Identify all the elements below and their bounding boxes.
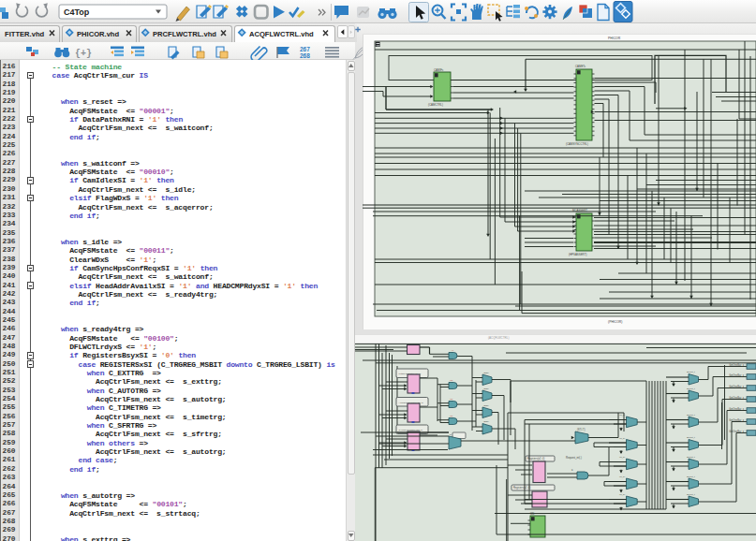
svg-text:(M_b): (M_b): [619, 475, 625, 478]
svg-text:268: 268: [300, 52, 310, 59]
svg-text:CAMIFc: CAMIFc: [434, 68, 444, 72]
svg-text:(CAMSYNCCTRL): (CAMSYNCCTRL): [566, 142, 588, 146]
svg-text:ACQFLWCTRL.vhd: ACQFLWCTRL.vhd: [249, 30, 314, 38]
svg-text:(PHICOR): (PHICOR): [608, 320, 622, 324]
svg-text:Select_t: Select_t: [687, 456, 695, 459]
svg-text:Registers(x2..0): Registers(x2..0): [527, 457, 544, 461]
svg-text:(HPSASSERT): (HPSASSERT): [569, 253, 586, 256]
svg-text:PHICOR: PHICOR: [608, 37, 621, 40]
svg-text:GetOneBar_x: GetOneBar_x: [729, 430, 745, 433]
svg-text:(M_b): (M_b): [619, 456, 625, 459]
svg-text:267: 267: [300, 46, 310, 52]
svg-text:CAMETc: CAMETc: [575, 65, 586, 68]
svg-text:GetOneBar_x: GetOneBar_x: [729, 363, 745, 367]
svg-text:(ACQFLWCTRL): (ACQFLWCTRL): [488, 336, 509, 340]
svg-text:C4Top: C4Top: [64, 7, 90, 17]
svg-text:PRCFLWCTRL.vhd: PRCFLWCTRL.vhd: [153, 30, 216, 38]
svg-text:GetOneBar_x: GetOneBar_x: [729, 407, 745, 411]
svg-text:Select_t: Select_t: [687, 387, 695, 390]
svg-text:I1b: I1b: [450, 398, 453, 401]
svg-text:(CAMCTRL): (CAMCTRL): [428, 103, 443, 107]
svg-text:I1b: I1b: [450, 415, 453, 417]
svg-text:GetOneBar_x: GetOneBar_x: [729, 396, 745, 400]
svg-text:(M_b): (M_b): [619, 414, 625, 417]
svg-text:{+}: {+}: [75, 49, 92, 59]
svg-text:(2hb): (2hb): [483, 404, 489, 407]
svg-text:GetOneBar_x: GetOneBar_x: [729, 373, 745, 377]
svg-text:Registers(x2..0): Registers(x2..0): [513, 486, 530, 490]
svg-text:Select_t: Select_t: [687, 493, 695, 496]
svg-text:Request_int(.): Request_int(.): [566, 456, 582, 460]
svg-text:GetOneBar_x: GetOneBar_x: [729, 385, 745, 388]
svg-text:(M_b): (M_b): [619, 493, 625, 496]
svg-text:(M_b): (M_b): [619, 437, 625, 440]
svg-text:I1b: I1b: [450, 379, 453, 382]
svg-text:(ST.I.T): (ST.I.T): [577, 428, 586, 431]
svg-text:Select_t: Select_t: [687, 371, 695, 373]
svg-text:(2hb): (2hb): [483, 372, 489, 374]
svg-text:Select_t: Select_t: [687, 414, 695, 417]
svg-text:GetOneBar_x: GetOneBar_x: [729, 418, 745, 422]
svg-text:(2hb): (2hb): [483, 420, 489, 423]
svg-text:FITTER.vhd: FITTER.vhd: [5, 30, 45, 38]
svg-text:PHICOR.vhd: PHICOR.vhd: [77, 30, 120, 38]
svg-text:(2hb): (2hb): [483, 387, 489, 390]
svg-text:Select_t: Select_t: [687, 475, 695, 478]
svg-text:Select_t: Select_t: [687, 436, 695, 439]
